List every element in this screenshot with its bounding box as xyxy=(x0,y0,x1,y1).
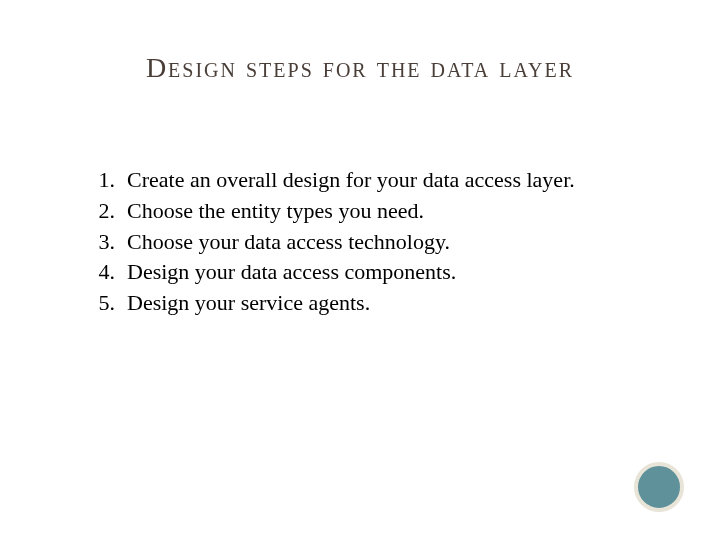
decorative-circle-icon xyxy=(634,462,684,512)
slide: Design steps for the data layer Create a… xyxy=(0,0,720,540)
list-item: Design your service agents. xyxy=(85,288,660,319)
slide-title: Design steps for the data layer xyxy=(0,52,720,84)
list-item: Design your data access components. xyxy=(85,257,660,288)
slide-content: Create an overall design for your data a… xyxy=(85,165,660,319)
list-item: Choose the entity types you need. xyxy=(85,196,660,227)
steps-list: Create an overall design for your data a… xyxy=(85,165,660,319)
list-item: Choose your data access technology. xyxy=(85,227,660,258)
list-item: Create an overall design for your data a… xyxy=(85,165,660,196)
